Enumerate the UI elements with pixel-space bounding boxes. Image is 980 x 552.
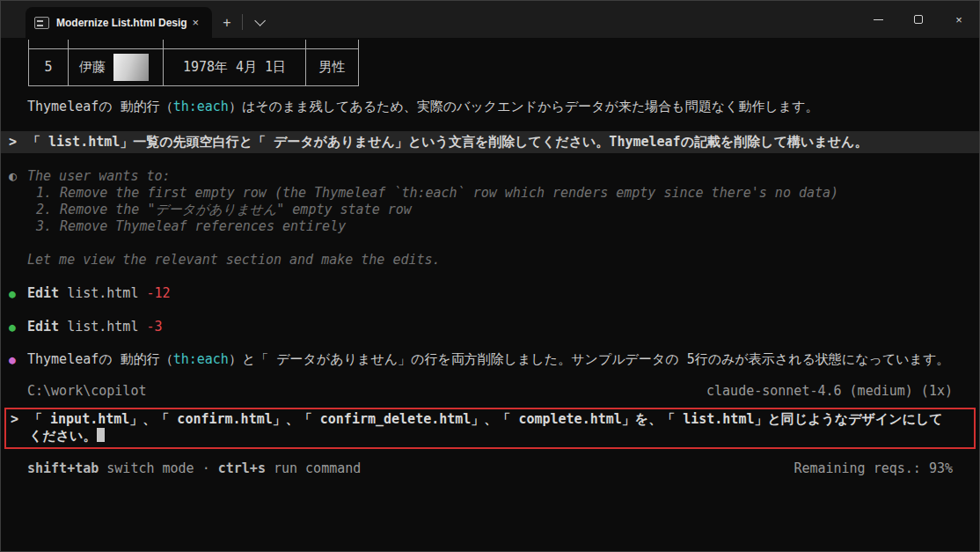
command-input-text[interactable]: 「 input.html」、「 confirm.html」、「 confirm_… — [29, 411, 967, 445]
edit-verb: Edit — [27, 319, 59, 335]
cell-birthdate: 1978年 4月 1日 — [164, 49, 306, 85]
text-cursor — [97, 428, 105, 442]
terminal-window: Modernize List.html Design × + × — [0, 0, 980, 552]
chevron-down-icon — [254, 15, 266, 26]
table-upper-row-stub — [28, 40, 359, 48]
prompt-chevron: > — [1, 134, 27, 151]
minimize-icon — [874, 19, 883, 20]
table-row: 5 伊藤 1978年 4月 1日 男性 — [28, 48, 359, 86]
tab-title: Modernize List.html Design — [56, 17, 187, 29]
terminal-tab[interactable]: Modernize List.html Design × — [26, 7, 212, 38]
command-input-box[interactable]: > 「 input.html」、「 confirm.html」、「 confir… — [4, 408, 976, 449]
code-th-each: th:each — [173, 351, 229, 367]
note-text: Thymeleafの 動的行（ — [27, 99, 173, 114]
maximize-icon — [914, 15, 923, 24]
maximize-button[interactable] — [898, 1, 939, 38]
edit-action: Edit list.html -12 — [27, 285, 979, 302]
previous-prompt-text: 「 list.html」一覧の先頭空白行と「 データがありません」という文言を削… — [27, 134, 979, 151]
thinking-closing: Let me view the relevant section and mak… — [27, 252, 965, 269]
cell-id: 5 — [29, 49, 69, 85]
terminal-content: 5 伊藤 1978年 4月 1日 男性 Thymeleafの 動的行（th:ea… — [1, 38, 979, 551]
edit-action: Edit list.html -3 — [27, 319, 979, 335]
edit-action-line: ● Edit list.html -12 — [1, 285, 979, 302]
result-text-1: Thymeleafの 動的行（ — [27, 351, 173, 367]
data-table-fragment: 5 伊藤 1978年 4月 1日 男性 — [28, 40, 359, 86]
cell-gender: 男性 — [306, 49, 358, 85]
hint-separator: · — [202, 460, 210, 476]
result-message: ● Thymeleafの 動的行（th:each）と「 データがありません」の行… — [1, 351, 979, 368]
thinking-intro: The user wants to: — [27, 168, 965, 185]
hint-key: shift+tab — [27, 460, 99, 476]
new-tab-button[interactable]: + — [212, 7, 242, 38]
blank-line — [27, 235, 965, 252]
previous-user-prompt: > 「 list.html」一覧の先頭空白行と「 データがありません」という文言… — [1, 131, 979, 153]
edit-filename: list.html — [67, 319, 138, 335]
code-th-each: th:each — [173, 99, 229, 114]
green-dot-icon: ● — [1, 285, 27, 302]
cmd-prompt-icon — [34, 17, 49, 29]
cell-name: 伊藤 — [69, 49, 164, 85]
thinking-item: 3. Remove Thymeleaf references entirely — [36, 218, 965, 235]
current-directory: C:\work\copilot — [27, 383, 146, 400]
name-text: 伊藤 — [79, 59, 106, 76]
input-prompt-chevron: > — [6, 411, 29, 445]
result-text-2: ）と「 データがありません」の行を両方削除しました。サンプルデータの 5行のみが… — [229, 351, 949, 367]
edit-action-line: ● Edit list.html -3 — [1, 319, 979, 335]
edit-verb: Edit — [27, 285, 59, 301]
assistant-note-line: Thymeleafの 動的行（th:each）はそのまま残してあるため、実際のバ… — [1, 99, 979, 115]
thinking-item: 1. Remove the first empty row (the Thyme… — [36, 185, 965, 202]
keyboard-hints: shift+tab switch mode · ctrl+s run comma… — [27, 460, 361, 477]
tab-close-button[interactable]: × — [187, 15, 203, 30]
minimize-button[interactable] — [858, 1, 898, 38]
edit-delta: -12 — [146, 285, 170, 301]
hint-key: ctrl+s — [210, 460, 266, 476]
model-indicator: claude-sonnet-4.6 (medium) (1x) — [706, 383, 953, 400]
titlebar: Modernize List.html Design × + × — [1, 1, 979, 38]
input-text: 「 input.html」、「 confirm.html」、「 confirm_… — [29, 411, 943, 444]
magenta-dot-icon: ● — [1, 351, 27, 368]
footer-hints: shift+tab switch mode · ctrl+s run comma… — [1, 460, 979, 477]
result-text: Thymeleafの 動的行（th:each）と「 データがありません」の行を両… — [27, 351, 979, 368]
status-line: C:\work\copilot claude-sonnet-4.6 (mediu… — [1, 383, 979, 400]
close-button[interactable]: × — [939, 1, 979, 38]
edit-filename: list.html — [67, 285, 138, 301]
remaining-requests: Remaining reqs.: 93% — [794, 460, 953, 477]
hint-label: run command — [266, 460, 361, 476]
window-controls: × — [858, 1, 979, 38]
thinking-text: The user wants to: 1. Remove the first e… — [27, 168, 979, 269]
thinking-item: 2. Remove the "データがありません" empty state ro… — [36, 202, 965, 218]
tab-dropdown-button[interactable] — [243, 7, 273, 38]
thinking-icon: ◐ — [1, 168, 27, 269]
green-dot-icon: ● — [1, 319, 27, 335]
thinking-block: ◐ The user wants to: 1. Remove the first… — [1, 168, 979, 269]
note-text-2: ）はそのまま残してあるため、実際のバックエンドからデータが来た場合も問題なく動作… — [229, 99, 819, 114]
redacted-name-block — [113, 54, 149, 81]
edit-delta: -3 — [146, 319, 162, 335]
hint-label: switch mode — [99, 460, 201, 476]
